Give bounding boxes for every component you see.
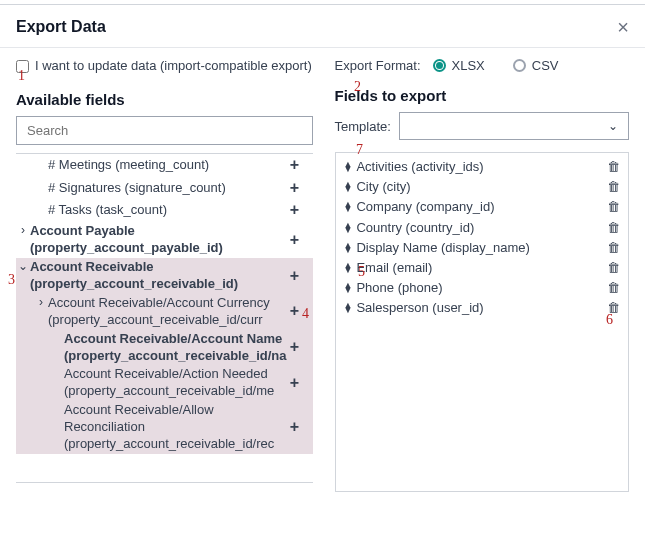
export-item-activities[interactable]: Activities (activity_ids)🗑	[344, 157, 620, 177]
tree-scroll[interactable]: # Meetings (meeting_count)+# Signatures …	[16, 154, 313, 482]
export-item-email[interactable]: Email (email)🗑	[344, 258, 620, 278]
radio-csv[interactable]: CSV	[513, 58, 559, 73]
chevron-down-icon: ⌄	[608, 119, 618, 133]
tree-item-ar[interactable]: ⌄Account Receivable (property_account_re…	[16, 258, 313, 294]
tree-item-label: # Tasks (task_count)	[48, 202, 287, 219]
drag-handle-icon[interactable]	[344, 202, 353, 212]
tree-item-ar-allow[interactable]: Account Receivable/Allow Reconciliation …	[16, 401, 313, 454]
tree-item-label: Account Receivable (property_account_rec…	[30, 259, 287, 293]
add-icon[interactable]: +	[287, 200, 303, 221]
radio-label: XLSX	[452, 58, 485, 73]
export-format-label: Export Format:	[335, 58, 421, 73]
trash-icon[interactable]: 🗑	[607, 219, 620, 237]
tree-item-ap[interactable]: ›Account Payable (property_account_payab…	[16, 222, 313, 258]
radio-label: CSV	[532, 58, 559, 73]
radio-icon	[513, 59, 526, 72]
tree-item-meetings[interactable]: # Meetings (meeting_count)+	[16, 154, 313, 177]
drag-handle-icon[interactable]	[344, 263, 353, 273]
trash-icon[interactable]: 🗑	[607, 178, 620, 196]
trash-icon[interactable]: 🗑	[607, 299, 620, 317]
export-item-city[interactable]: City (city)🗑	[344, 177, 620, 197]
export-item-label: Display Name (display_name)	[356, 239, 529, 257]
update-data-row: I want to update data (import-compatible…	[16, 58, 313, 75]
trash-icon[interactable]: 🗑	[607, 158, 620, 176]
update-data-checkbox[interactable]	[16, 60, 29, 73]
tree-item-label: Account Receivable/Account Currency (pro…	[48, 295, 287, 329]
chevron-icon[interactable]: ⌄	[16, 259, 30, 275]
dialog-body: I want to update data (import-compatible…	[0, 48, 645, 492]
update-data-label: I want to update data (import-compatible…	[35, 58, 312, 75]
export-item-label: Email (email)	[356, 259, 432, 277]
trash-icon[interactable]: 🗑	[607, 259, 620, 277]
export-format-row: Export Format: XLSXCSV	[335, 58, 629, 73]
trash-icon[interactable]: 🗑	[607, 198, 620, 216]
chevron-icon[interactable]: ›	[34, 295, 48, 311]
right-panel: Export Format: XLSXCSV Fields to export …	[327, 58, 629, 492]
dialog-title: Export Data	[16, 18, 106, 36]
tree-item-label: Account Receivable/Allow Reconciliation …	[64, 402, 287, 453]
tree-item-ar-name[interactable]: Account Receivable/Account Name (propert…	[16, 330, 313, 366]
drag-handle-icon[interactable]	[344, 162, 353, 172]
export-item-salesperson[interactable]: Salesperson (user_id)🗑	[344, 298, 620, 318]
export-item-label: Phone (phone)	[356, 279, 442, 297]
export-item-displayname[interactable]: Display Name (display_name)🗑	[344, 238, 620, 258]
close-icon[interactable]: ×	[617, 17, 629, 37]
export-item-label: Activities (activity_ids)	[356, 158, 483, 176]
template-label: Template:	[335, 119, 391, 134]
add-icon[interactable]: +	[287, 337, 303, 358]
export-item-company[interactable]: Company (company_id)🗑	[344, 197, 620, 217]
export-item-label: Company (company_id)	[356, 198, 494, 216]
drag-handle-icon[interactable]	[344, 303, 353, 313]
trash-icon[interactable]: 🗑	[607, 279, 620, 297]
trash-icon[interactable]: 🗑	[607, 239, 620, 257]
fields-to-export-title: Fields to export	[335, 87, 629, 104]
export-item-label: City (city)	[356, 178, 410, 196]
add-icon[interactable]: +	[287, 230, 303, 251]
add-icon[interactable]: +	[287, 155, 303, 176]
drag-handle-icon[interactable]	[344, 223, 353, 233]
template-select[interactable]: ⌄	[399, 112, 629, 140]
dialog-header: Export Data ×	[0, 5, 645, 47]
tree-item-label: # Meetings (meeting_count)	[48, 157, 287, 174]
add-icon[interactable]: +	[287, 266, 303, 287]
export-item-label: Country (country_id)	[356, 219, 474, 237]
drag-handle-icon[interactable]	[344, 243, 353, 253]
available-fields-title: Available fields	[16, 91, 313, 108]
template-row: Template: ⌄	[335, 112, 629, 140]
tree-item-label: Account Receivable/Action Needed (proper…	[64, 366, 287, 400]
radio-xlsx[interactable]: XLSX	[433, 58, 485, 73]
export-format-radio-group: XLSXCSV	[433, 58, 559, 73]
export-item-phone[interactable]: Phone (phone)🗑	[344, 278, 620, 298]
fields-to-export-list: Activities (activity_ids)🗑City (city)🗑Co…	[335, 152, 629, 492]
drag-handle-icon[interactable]	[344, 182, 353, 192]
tree-item-label: Account Receivable/Account Name (propert…	[64, 331, 287, 365]
chevron-icon[interactable]: ›	[16, 223, 30, 239]
left-panel: I want to update data (import-compatible…	[16, 58, 327, 492]
export-item-label: Salesperson (user_id)	[356, 299, 483, 317]
add-icon[interactable]: +	[287, 417, 303, 438]
drag-handle-icon[interactable]	[344, 283, 353, 293]
add-icon[interactable]: +	[287, 373, 303, 394]
tree-item-tasks[interactable]: # Tasks (task_count)+	[16, 199, 313, 222]
available-fields-tree: # Meetings (meeting_count)+# Signatures …	[16, 153, 313, 483]
tree-item-ar-action[interactable]: Account Receivable/Action Needed (proper…	[16, 365, 313, 401]
search-input[interactable]	[16, 116, 313, 145]
export-item-country[interactable]: Country (country_id)🗑	[344, 218, 620, 238]
add-icon[interactable]: +	[287, 178, 303, 199]
tree-item-label: # Signatures (signature_count)	[48, 180, 287, 197]
add-icon[interactable]: +	[287, 301, 303, 322]
radio-icon	[433, 59, 446, 72]
tree-item-label: Account Payable (property_account_payabl…	[30, 223, 287, 257]
tree-item-ar-cur[interactable]: ›Account Receivable/Account Currency (pr…	[16, 294, 313, 330]
tree-item-signatures[interactable]: # Signatures (signature_count)+	[16, 177, 313, 200]
